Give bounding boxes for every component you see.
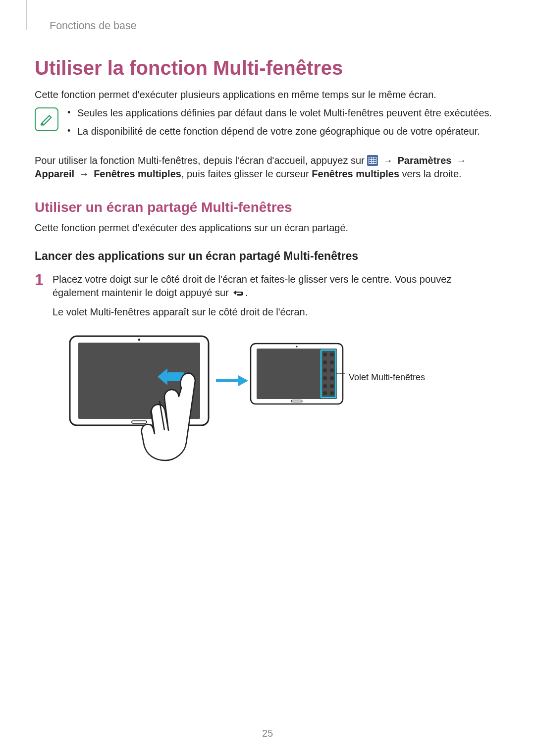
svg-point-22 [330,384,334,388]
multiwindow-label: Fenêtres multiples [94,168,181,179]
subsubsection-title: Lancer des applications sur un écran par… [35,250,500,263]
note-item: La disponibilité de cette fonction dépen… [67,125,500,138]
step-block: 1 Placez votre doigt sur le côté droit d… [35,273,500,325]
page-title: Utiliser la fonction Multi-fenêtres [35,57,500,79]
back-icon [231,288,245,297]
enable-text-mid: , puis faites glisser le curseur [181,168,312,179]
arrow-icon: → [456,155,466,166]
svg-marker-7 [238,375,248,386]
subsection-intro: Cette fonction permet d'exécuter des app… [35,221,500,235]
enable-text-post: vers la droite. [399,168,462,179]
svg-point-2 [138,339,140,341]
header-accent-line [26,0,27,30]
step-1-post: . [245,287,248,298]
note-block: Seules les applications définies par déf… [35,106,500,143]
page-number: 25 [0,728,535,739]
callout-text: Volet Multi-fenêtres [349,372,425,382]
svg-point-20 [330,376,334,380]
svg-point-21 [323,384,327,388]
enable-paragraph: Pour utiliser la fonction Multi-fenêtres… [35,154,500,181]
section-header: Fonctions de base [35,20,500,32]
svg-point-17 [323,368,327,372]
settings-label: Paramètres [397,155,451,166]
svg-point-18 [330,368,334,372]
svg-point-16 [330,360,334,364]
svg-point-13 [323,353,327,356]
step-number: 1 [35,272,53,288]
svg-point-24 [330,391,334,395]
svg-point-15 [323,360,327,364]
svg-point-23 [323,391,327,395]
svg-point-10 [296,346,297,347]
note-icon [35,107,58,131]
step-1-pre: Placez votre doigt sur le côté droit de … [53,274,451,298]
note-list: Seules les applications définies par déf… [67,106,500,143]
apps-grid-icon [367,155,378,166]
enable-text-pre: Pour utiliser la fonction Multi-fenêtres… [35,155,367,166]
intro-paragraph: Cette fonction permet d'exécuter plusieu… [35,88,500,101]
arrow-icon: → [79,168,89,179]
subsection-title: Utiliser un écran partagé Multi-fenêtres [35,200,500,215]
step-paragraph-2: Le volet Multi-fenêtres apparaît sur le … [53,305,500,319]
tablet-illustration [67,334,345,467]
svg-point-14 [330,353,334,356]
step-paragraph-1: Placez votre doigt sur le côté droit de … [53,273,500,300]
note-item: Seules les applications définies par déf… [67,106,500,120]
figure-callout: Volet Multi-fenêtres [349,372,425,383]
multiwindow-label-2: Fenêtres multiples [312,168,399,179]
arrow-icon: → [383,155,393,166]
device-label: Appareil [35,168,74,179]
figure: Volet Multi-fenêtres [67,334,500,467]
svg-point-19 [323,376,327,380]
